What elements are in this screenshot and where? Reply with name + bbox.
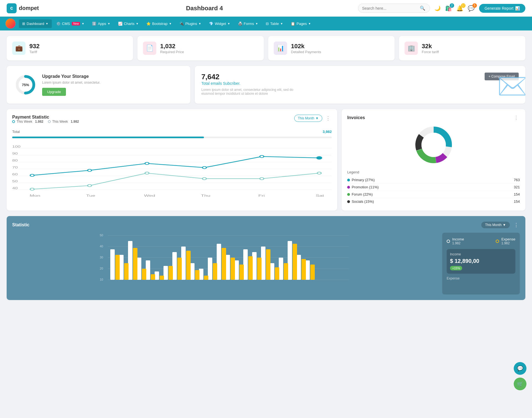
svg-rect-71 [296,255,301,280]
svg-text:100: 100 [12,145,21,148]
stat-info-force-tariff: 32k Force tariff [422,43,439,54]
search-box: 🔍 [358,4,430,13]
svg-rect-85 [222,248,226,280]
svg-text:Thu: Thu [201,194,210,197]
tariff-icon: 💼 [12,42,25,55]
this-month-button[interactable]: This Month ▼ [294,115,322,122]
nav-item-bootstrap[interactable]: ⭐ Bootstrap ▼ [143,19,175,28]
svg-text:Tue: Tue [86,194,96,197]
svg-rect-81 [186,251,191,280]
stat-card-payments: 📊 102k Detalled Payments [268,36,395,60]
svg-rect-73 [115,255,120,280]
svg-point-25 [202,178,206,180]
charts-icon: 📈 [118,22,122,26]
search-icon[interactable]: 🔍 [420,6,425,11]
email-subtitle: Total emails Subcriber. [201,81,361,86]
statistic-month-button[interactable]: This Month ▼ [481,222,510,228]
nav-item-dashboard[interactable]: ⊞ Dashboard ▼ [19,19,52,28]
statistic-card: Statistic This Month ▼ ⋮ 50 [7,216,525,300]
legend-promotion: Promotion (11%) 321 [347,184,520,191]
stat-card-tariff: 💼 932 Tariff [7,36,133,60]
cms-icon: ⚙️ [56,22,61,26]
search-input[interactable] [362,6,418,11]
expense-dot [496,240,499,243]
progress-bar [12,137,332,138]
svg-text:90: 90 [12,152,18,155]
line-chart-svg: 100 90 80 70 60 50 40 [12,143,332,198]
promotion-dot [347,186,350,189]
svg-rect-67 [261,247,265,280]
svg-point-27 [317,172,321,174]
svg-point-16 [30,174,34,176]
svg-rect-50 [110,249,115,280]
income-info: Income 1.982 [452,237,464,245]
svg-rect-79 [168,266,173,280]
statistic-more-button[interactable]: ⋮ [513,222,520,228]
invoices-more-button[interactable]: ⋮ [513,115,520,121]
header: c dompet Dashboard 4 🔍 🌙 🛍️ 2 🔔 12 💬 5 G… [0,0,532,17]
legend-primary: Primary (27%) 763 [347,176,520,184]
legend-dot-1 [12,120,15,123]
bell-icon[interactable]: 🔔 12 [456,5,463,12]
generate-report-button[interactable]: Generate Report 📊 [479,4,525,13]
required-price-label: Required Price [160,50,184,54]
tariff-label: Tariff [29,50,40,54]
svg-text:20: 20 [100,267,103,270]
payment-more-button[interactable]: ⋮ [324,115,332,121]
legend-socials: Socials (15%) 154 [347,198,520,205]
chat-icon[interactable]: 💬 5 [468,5,475,12]
apps-icon: ℹ️ [92,22,96,26]
table-icon: ⊟ [266,22,269,26]
nav-item-charts[interactable]: 📈 Charts ▼ [115,19,142,28]
pages-icon: 📋 [291,22,295,26]
progress-bar-fill [12,137,204,138]
nav-item-cms[interactable]: ⚙️ CMS New ▼ [53,19,88,28]
nav-item-widget[interactable]: 💎 Widget ▼ [206,19,233,28]
upgrade-button[interactable]: Upgrade [42,88,66,96]
svg-point-20 [260,155,264,158]
payment-chart-card: Payment Statistic This Week 1.982 This W… [7,109,337,211]
income-amount: $ 12,890,00 [450,258,512,264]
upgrade-donut: 75% [14,74,37,96]
chart-totals: Total 3,982 [12,130,332,134]
chart-legend: This Week 1.982 This Week 1.982 [12,120,79,124]
svg-rect-82 [195,270,200,280]
forms-arrow-icon: ▼ [255,22,258,25]
forum-dot [347,193,350,196]
widget-arrow-icon: ▼ [227,22,230,25]
income-expense-row: Income 1.982 Expense 1.982 [447,237,515,245]
navbar: ⊞ Dashboard ▼ ⚙️ CMS New ▼ ℹ️ Apps ▼ 📈 C… [0,17,532,30]
nav-item-forms[interactable]: 🖨️ Forms ▼ [235,19,262,28]
svg-rect-53 [137,258,141,280]
nav-item-table[interactable]: ⊟ Table ▼ [262,19,286,28]
payment-chart-header: Payment Statistic This Week 1.982 This W… [12,115,332,126]
svg-rect-61 [208,258,212,280]
invoices-header: Invoices ⋮ [347,115,520,121]
svg-rect-84 [213,263,217,280]
cart-badge: 2 [450,3,454,8]
income-box: Income $ 12,890,00 +15% [447,249,515,274]
svg-rect-91 [275,267,279,280]
income-item: Income 1.982 [447,237,464,245]
nav-item-plugins[interactable]: 🔌 Plugins ▼ [176,19,205,28]
svg-rect-78 [160,276,164,280]
bar-chart-area: 50 40 30 20 10 [12,233,437,294]
widget-icon: 💎 [209,22,213,26]
svg-rect-52 [128,241,132,280]
logo: c dompet [7,3,51,13]
svg-text:10: 10 [100,278,103,281]
cart-icon[interactable]: 🛍️ 2 [445,5,452,12]
svg-rect-65 [243,249,248,280]
theme-toggle-icon[interactable]: 🌙 [434,5,441,11]
svg-point-24 [145,172,149,174]
expense-info: Expense 1.982 [501,237,515,245]
nav-item-apps[interactable]: ℹ️ Apps ▼ [89,19,114,28]
charts-arrow-icon: ▼ [136,22,139,25]
svg-rect-64 [234,260,239,280]
svg-rect-54 [146,260,150,280]
nav-item-pages[interactable]: 📋 Pages ▼ [287,19,314,28]
upgrade-title: Upgrade Your Storage [42,74,100,79]
svg-rect-66 [252,252,257,280]
svg-rect-90 [266,249,270,280]
svg-rect-56 [163,266,168,280]
